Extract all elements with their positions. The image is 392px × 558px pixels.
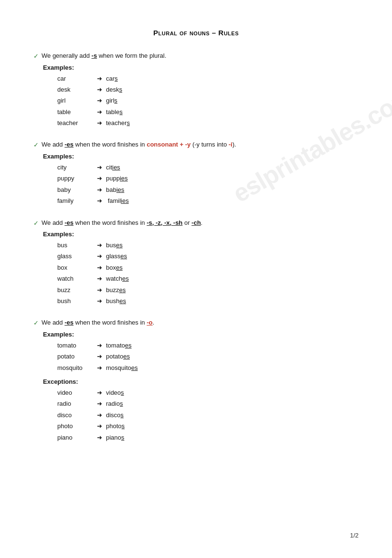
plural-word: watches (106, 273, 129, 284)
section-1: ✓ We generally add -s when we form the p… (33, 51, 359, 128)
plural-word: pianos (106, 432, 124, 443)
singular-word: photo (57, 421, 93, 432)
exceptions-label: Exceptions: (43, 378, 359, 385)
checkmark-icon: ✓ (33, 318, 39, 328)
plural-word: buses (106, 240, 123, 251)
exception-row: radio ➜ radios (57, 398, 359, 409)
arrow-icon: ➜ (97, 340, 102, 351)
rule-line-1: ✓ We generally add -s when we form the p… (33, 51, 359, 61)
exception-row: photo ➜ photos (57, 421, 359, 432)
example-row: desk ➜ desks (57, 84, 359, 95)
arrow-icon: ➜ (97, 398, 102, 409)
plural-word: discos (106, 410, 124, 421)
arrow-icon: ➜ (97, 240, 102, 251)
arrow-icon: ➜ (97, 173, 102, 184)
plural-word: videos (106, 387, 124, 398)
singular-word: potato (57, 351, 93, 362)
rule-text-2: We add -es when the word finishes in con… (42, 140, 236, 149)
singular-word: girl (57, 95, 93, 106)
example-row: table ➜ tables (57, 106, 359, 117)
plural-word: tomatoes (106, 340, 131, 351)
arrow-icon: ➜ (97, 195, 102, 206)
rule-text-1: We generally add -s when we form the plu… (42, 51, 166, 61)
arrow-icon: ➜ (97, 410, 102, 421)
plural-word: babies (106, 184, 124, 195)
rule-line-3: ✓ We add -es when the word finishes in -… (33, 218, 359, 228)
arrow-icon: ➜ (97, 117, 102, 128)
example-row: car ➜ cars (57, 73, 359, 84)
examples-label-1: Examples: (43, 64, 359, 71)
examples-label-2: Examples: (43, 153, 359, 160)
arrow-icon: ➜ (97, 95, 102, 106)
arrow-icon: ➜ (97, 273, 102, 284)
plural-word: boxes (106, 262, 123, 273)
example-row: puppy ➜ puppies (57, 173, 359, 184)
singular-word: desk (57, 84, 93, 95)
plural-word: buzzes (106, 284, 126, 295)
rule-line-2: ✓ We add -es when the word finishes in c… (33, 140, 359, 150)
plural-word: photos (106, 421, 125, 432)
singular-word: video (57, 387, 93, 398)
example-row: bus ➜ buses (57, 240, 359, 251)
arrow-icon: ➜ (97, 73, 102, 84)
singular-word: glass (57, 251, 93, 262)
rule-text-4: We add -es when the word finishes in -o. (42, 318, 154, 327)
arrow-icon: ➜ (97, 421, 102, 432)
singular-word: disco (57, 410, 93, 421)
singular-word: box (57, 262, 93, 273)
plural-word: radios (106, 398, 123, 409)
example-row: buzz ➜ buzzes (57, 284, 359, 295)
singular-word: teacher (57, 117, 93, 128)
singular-word: bus (57, 240, 93, 251)
singular-word: city (57, 162, 93, 173)
example-row: girl ➜ girls (57, 95, 359, 106)
exception-row: video ➜ videos (57, 387, 359, 398)
rule-line-4: ✓ We add -es when the word finishes in -… (33, 318, 359, 328)
plural-word: glasses (106, 251, 127, 262)
example-row: teacher ➜ teachers (57, 117, 359, 128)
plural-word: desks (106, 84, 122, 95)
singular-word: tomato (57, 340, 93, 351)
arrow-icon: ➜ (97, 432, 102, 443)
example-row: family ➜ families (57, 195, 359, 206)
section-2: ✓ We add -es when the word finishes in c… (33, 140, 359, 206)
exception-row: disco ➜ discos (57, 410, 359, 421)
page-number: 1/2 (350, 532, 359, 539)
checkmark-icon: ✓ (33, 52, 39, 61)
arrow-icon: ➜ (97, 362, 102, 373)
example-row: glass ➜ glasses (57, 251, 359, 262)
example-row: mosquito ➜ mosquitoes (57, 362, 359, 373)
singular-word: buzz (57, 284, 93, 295)
plural-word: tables (106, 106, 123, 117)
singular-word: piano (57, 432, 93, 443)
page-title: Plural of nouns – Rules (33, 29, 359, 37)
arrow-icon: ➜ (97, 106, 102, 117)
example-row: baby ➜ babies (57, 184, 359, 195)
singular-word: family (57, 195, 93, 206)
example-row: bush ➜ bushes (57, 295, 359, 306)
singular-word: baby (57, 184, 93, 195)
singular-word: radio (57, 398, 93, 409)
example-row: watch ➜ watches (57, 273, 359, 284)
arrow-icon: ➜ (97, 351, 102, 362)
section-4: ✓ We add -es when the word finishes in -… (33, 318, 359, 443)
arrow-icon: ➜ (97, 262, 102, 273)
example-row: tomato ➜ tomatoes (57, 340, 359, 351)
plural-word: potatoes (106, 351, 130, 362)
arrow-icon: ➜ (97, 162, 102, 173)
arrow-icon: ➜ (97, 251, 102, 262)
arrow-icon: ➜ (97, 84, 102, 95)
plural-word: cities (106, 162, 120, 173)
examples-label-4: Examples: (43, 331, 359, 338)
singular-word: watch (57, 273, 93, 284)
example-row: box ➜ boxes (57, 262, 359, 273)
plural-word: puppies (106, 173, 128, 184)
arrow-icon: ➜ (97, 295, 102, 306)
singular-word: mosquito (57, 362, 93, 373)
plural-word: cars (106, 73, 118, 84)
singular-word: bush (57, 295, 93, 306)
example-row: potato ➜ potatoes (57, 351, 359, 362)
exception-row: piano ➜ pianos (57, 432, 359, 443)
plural-word: girls (106, 95, 117, 106)
plural-word: bushes (106, 295, 126, 306)
